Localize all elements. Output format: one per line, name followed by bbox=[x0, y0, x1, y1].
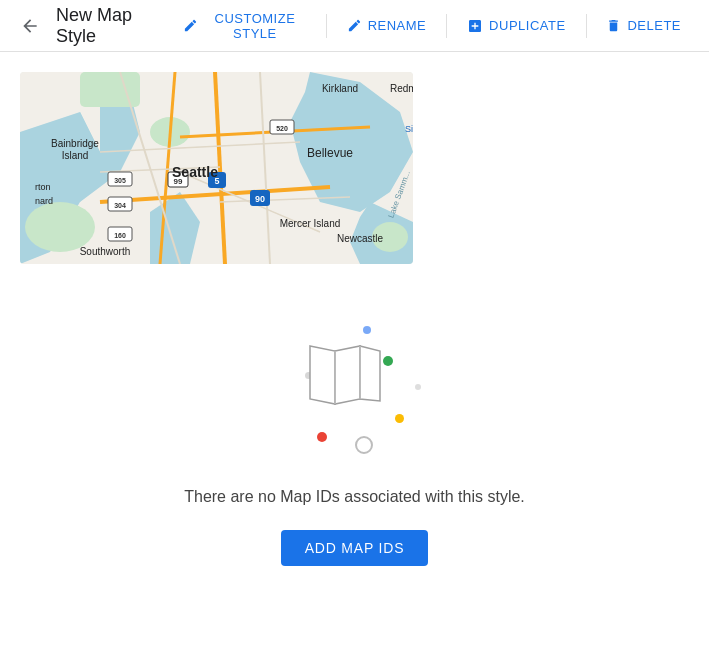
main-content: 5 99 90 520 305 304 160 Seattle Bellevue… bbox=[0, 52, 709, 626]
svg-text:90: 90 bbox=[255, 194, 265, 204]
map-illustration bbox=[275, 304, 435, 464]
duplicate-button[interactable]: DUPLICATE bbox=[455, 10, 578, 42]
dot-yellow bbox=[395, 414, 404, 423]
rename-label: RENAME bbox=[368, 18, 427, 33]
folded-map-icon bbox=[305, 336, 385, 416]
dot-circle-outline bbox=[355, 436, 373, 454]
delete-label: DELETE bbox=[627, 18, 681, 33]
svg-marker-47 bbox=[310, 346, 335, 404]
add-map-ids-button[interactable]: ADD MAP IDS bbox=[281, 530, 429, 566]
duplicate-label: DUPLICATE bbox=[489, 18, 566, 33]
empty-state: There are no Map IDs associated with thi… bbox=[20, 304, 689, 606]
customize-icon bbox=[183, 18, 198, 33]
rename-button[interactable]: RENAME bbox=[335, 10, 439, 41]
toolbar-actions: CUSTOMIZE STYLE RENAME DUPLICATE bbox=[171, 3, 693, 49]
dot-red bbox=[317, 432, 327, 442]
svg-text:305: 305 bbox=[114, 177, 126, 184]
back-button[interactable] bbox=[16, 12, 44, 40]
svg-text:nard: nard bbox=[35, 196, 53, 206]
svg-text:rton: rton bbox=[35, 182, 51, 192]
delete-button[interactable]: DELETE bbox=[594, 10, 693, 41]
svg-text:Newcastle: Newcastle bbox=[337, 233, 384, 244]
customize-style-button[interactable]: CUSTOMIZE STYLE bbox=[171, 3, 318, 49]
svg-marker-49 bbox=[360, 346, 380, 401]
duplicate-icon bbox=[467, 18, 483, 34]
delete-icon bbox=[606, 18, 621, 33]
svg-text:Redmond: Redmond bbox=[390, 83, 413, 94]
svg-text:Bellevue: Bellevue bbox=[307, 146, 353, 160]
svg-text:Kirkland: Kirkland bbox=[322, 83, 358, 94]
divider-1 bbox=[326, 14, 327, 38]
dot-blue-top bbox=[363, 326, 371, 334]
svg-text:Mercer Island: Mercer Island bbox=[280, 218, 341, 229]
empty-message: There are no Map IDs associated with thi… bbox=[184, 488, 525, 506]
svg-text:Island: Island bbox=[62, 150, 89, 161]
svg-marker-48 bbox=[335, 346, 360, 404]
svg-text:Bainbridge: Bainbridge bbox=[51, 138, 99, 149]
map-preview: 5 99 90 520 305 304 160 Seattle Bellevue… bbox=[20, 72, 413, 264]
svg-rect-9 bbox=[80, 72, 140, 107]
svg-text:Seattle: Seattle bbox=[172, 164, 218, 180]
svg-text:304: 304 bbox=[114, 202, 126, 209]
divider-2 bbox=[446, 14, 447, 38]
customize-label: CUSTOMIZE STYLE bbox=[204, 11, 306, 41]
page-title: New Map Style bbox=[56, 5, 171, 47]
svg-text:160: 160 bbox=[114, 232, 126, 239]
svg-point-6 bbox=[25, 202, 95, 252]
svg-text:Southworth: Southworth bbox=[80, 246, 131, 257]
dot-gray-right bbox=[415, 384, 421, 390]
svg-text:520: 520 bbox=[276, 125, 288, 132]
svg-text:Si: Si bbox=[405, 124, 413, 134]
toolbar: New Map Style CUSTOMIZE STYLE RENAME bbox=[0, 0, 709, 52]
rename-icon bbox=[347, 18, 362, 33]
divider-3 bbox=[586, 14, 587, 38]
